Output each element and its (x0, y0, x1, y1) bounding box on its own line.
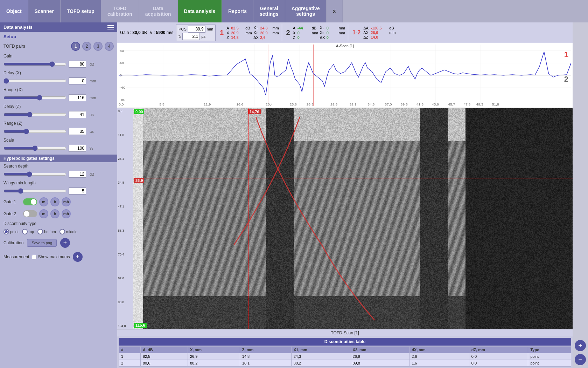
panel-header: Data analysis (0, 22, 117, 32)
meas12-row-da: ΔA -126,5 dB (363, 26, 396, 30)
t0-input[interactable] (182, 33, 200, 40)
meas12-dz-label: ΔZ (363, 35, 370, 39)
meas2-dx-label: ΔX (320, 35, 326, 40)
bscan-image[interactable]: 0,00 14,76 26,9 115,6 (133, 108, 573, 329)
gate2-m-btn[interactable]: m (39, 209, 48, 218)
radio-middle (59, 229, 65, 234)
gate2-toggle[interactable] (23, 210, 37, 217)
side-minus-button[interactable]: − (575, 354, 586, 365)
gate1-mh-btn[interactable]: mh (62, 197, 71, 206)
meas-section-12-container: 1-2 ΔA -126,5 dB ΔX 26,9 mm (351, 26, 396, 39)
pcs-label: PCS (178, 27, 187, 31)
gate1-label: Gate 1 (4, 199, 21, 204)
meas2-row-z: Z 0 ΔX 0 (293, 35, 345, 40)
hamburger-menu[interactable] (107, 25, 114, 29)
svg-text:23,8: 23,8 (290, 103, 297, 106)
main-layout: Data analysis Setup TOFD pairs 1 2 3 4 G… (0, 22, 588, 368)
t0-row: t₀ µs (178, 33, 213, 40)
nav-data-analysis[interactable]: Data analysis (178, 0, 222, 22)
measurement-row: Measurement Show maximums + (0, 250, 117, 264)
meas12-dx-unit: mm (389, 30, 396, 35)
range-x-slider-row: mm (0, 94, 117, 103)
svg-text:20,4: 20,4 (266, 103, 273, 106)
ascan-container[interactable]: A-Scan [1] 1 2 (117, 43, 573, 108)
tofd-pair-4[interactable]: 4 (105, 42, 114, 51)
meas1-z-value: 14,8 (231, 35, 244, 40)
gate2-h-btn[interactable]: h (50, 209, 59, 218)
gain-label: Gain (4, 54, 12, 59)
disc-type-point[interactable]: point (4, 229, 19, 234)
row1-x2: 26,9 (350, 353, 410, 360)
nav-tofd-setup[interactable]: TOFD setup (61, 0, 101, 22)
nav-general-settings[interactable]: General settings (253, 0, 285, 22)
panel-title: Data analysis (4, 25, 33, 30)
save-png-button[interactable]: Save to png (27, 239, 57, 247)
gate1-h-btn[interactable]: h (50, 197, 59, 206)
content-side-area: Gain : 80,0 dB V : 5900 m/s PCS mm t₀ (117, 22, 588, 368)
range-z-slider[interactable] (4, 129, 66, 134)
delay-x-input[interactable] (69, 77, 86, 84)
svg-text:39,3: 39,3 (401, 103, 408, 106)
gate2-label: Gate 2 (4, 211, 21, 216)
table-row[interactable]: 1 82,5 26,9 14,8 24,3 26,9 2,6 0,0 point (119, 353, 571, 360)
tofd-pair-3[interactable]: 3 (93, 42, 103, 51)
nav-aggregative-settings[interactable]: Aggregative settings (285, 0, 327, 22)
meas2-x-value: 0 (298, 31, 311, 35)
section-num-12: 1-2 (351, 29, 362, 36)
delay-z-slider[interactable] (4, 112, 66, 117)
disc-type-label-row: Discontinuity type (0, 220, 117, 227)
show-maximums-checkbox[interactable] (32, 255, 36, 259)
row1-type: point (528, 353, 571, 360)
delay-x-slider[interactable] (4, 78, 66, 84)
gate1-m-btn[interactable]: m (39, 197, 48, 206)
meas1-x1-unit: mm (272, 26, 279, 30)
meas1-dx-label: ΔX (253, 35, 259, 40)
range-z-input[interactable] (69, 128, 86, 135)
search-depth-slider[interactable] (4, 171, 66, 177)
meas2-z-label: Z (293, 35, 296, 40)
calibration-row: Calibration Save to png + (0, 236, 117, 250)
nav-reports[interactable]: Reports (222, 0, 253, 22)
nav-scanner[interactable]: Scanner (28, 0, 61, 22)
section-num-2: 2 (285, 29, 292, 37)
wings-min-slider[interactable] (4, 188, 66, 194)
nav-object[interactable]: Object (0, 0, 28, 22)
meas1-row-x: X 26,9 mm X₂ 26,9 mm (226, 30, 279, 35)
calib-plus-button[interactable]: + (60, 238, 70, 248)
table-row[interactable]: 2 80,6 88,2 18,1 88,2 89,8 1,6 0,0 point (119, 360, 571, 367)
scale-slider[interactable] (4, 145, 66, 151)
nav-close[interactable]: x (327, 0, 343, 22)
disc-type-middle[interactable]: middle (59, 229, 77, 234)
meas1-a-unit: dB (245, 26, 252, 30)
meas1-x-label: X (226, 31, 230, 35)
delay-z-input[interactable] (69, 111, 86, 118)
meas-plus-button[interactable]: + (73, 252, 83, 262)
range-x-input[interactable] (69, 94, 86, 101)
search-depth-input[interactable] (69, 171, 86, 178)
row1-x1: 24,3 (291, 353, 350, 360)
y-label-7: 82,0 (118, 277, 132, 280)
tofd-pair-2[interactable]: 2 (82, 42, 91, 51)
wings-min-input[interactable] (69, 188, 86, 195)
disc-type-top[interactable]: top (22, 229, 34, 234)
divider-1 (282, 24, 282, 41)
nav-data-acquisition[interactable]: Data acquisition (139, 0, 178, 22)
disc-type-bottom[interactable]: bottom (37, 229, 56, 234)
calib-label: Calibration (4, 240, 23, 245)
gate2-mh-btn[interactable]: mh (62, 209, 71, 218)
meas2-x2-unit: mm (339, 31, 345, 35)
gain-slider[interactable] (4, 61, 66, 67)
pcs-input[interactable] (188, 26, 205, 33)
meas2-row-x: X 0 mm X₂ 0 mm (293, 30, 345, 35)
gate1-toggle[interactable] (23, 198, 37, 205)
range-x-slider[interactable] (4, 95, 66, 101)
nav-tofd-calibration[interactable]: TOFD calibration (101, 0, 139, 22)
meas-section-1: A 82,5 dB X₁ 24,3 mm X 26,9 mm X₂ (226, 26, 279, 40)
tofd-pair-1[interactable]: 1 (71, 42, 80, 51)
show-maximums-label[interactable]: Show maximums (32, 254, 70, 259)
scale-input[interactable] (69, 145, 86, 152)
y-label-2: 23,4 (118, 157, 132, 161)
side-plus-button[interactable]: + (575, 340, 586, 351)
meas12-dz-value: 14,8 (371, 35, 388, 39)
gain-input[interactable] (69, 61, 86, 68)
